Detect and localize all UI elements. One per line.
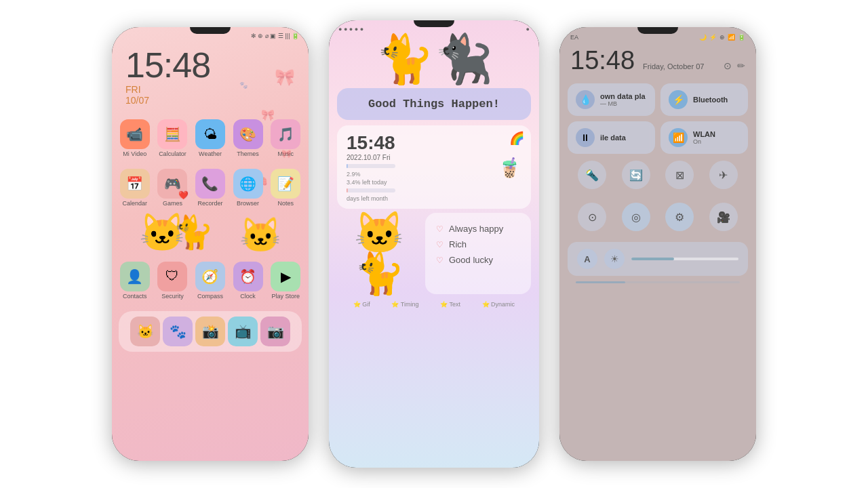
navigation-icon[interactable]: ◎ [622,203,650,231]
checklist-item-3: Good lucky [436,252,520,268]
app-games[interactable]: 🎮 ❤️ Games [157,169,189,207]
control-bluetooth-tile[interactable]: ⚡ Bluetooth [660,83,748,116]
wifi-icon-status: 📶 [728,34,735,41]
bottom-widget-area: 🐱🐈 Always happy Rich Good lucky [337,213,531,294]
cats-bottom-area: 🐱🐈 [337,213,421,294]
date-block-3: Friday, October 07 [643,62,704,70]
app-grid-row1: 📹 Mi Video 🧮 Calculator 🌤 Weather 🎨 Them… [112,113,309,165]
phone-3-screen: EA 🌙 ⚡ ⊕ 📶 🔋 15:48 Friday, October 07 ⊙ … [559,27,756,461]
app-recorder-label: Recorder [197,201,222,207]
battery-section: 2.9% [347,164,395,178]
widget-quote: Good Things Happen! [337,88,531,120]
cat-icon-3: 🐱 [239,216,281,255]
app-browser[interactable]: 🌐 Browser [232,169,264,207]
app-security-label: Security [161,293,184,300]
app-calendar[interactable]: 📅 Calendar [119,169,151,207]
cat-area: 🐱 🐈 🐱 [119,214,302,255]
app-mi-video[interactable]: 📹 Mi Video [119,119,151,158]
icon-row-1: 🔦 🔄 ⊠ ✈ [559,154,756,196]
control-data-tile[interactable]: 💧 own data pla — MB [568,83,655,116]
wlan-label: WLAN [693,130,715,138]
battery-pct-label: 2.9% [347,171,395,178]
bluetooth-tile-text: Bluetooth [693,96,728,104]
dock-icon-2[interactable]: 🐾 [163,317,193,346]
app-security[interactable]: 🛡 Security [157,262,189,300]
date-display-1: 10/07 [125,95,295,106]
edit-icon[interactable]: ✏ [737,60,745,71]
wlan-tile-text: WLAN On [693,130,715,145]
alarm-icon[interactable]: ⊙ [724,60,732,71]
app-grid-row2: 📅 Calendar 🎮 ❤️ Games 📞 Recorder 🌐 Brows… [112,162,309,214]
app-play-store-label: Play Store [271,293,300,300]
control-mobile-tile[interactable]: ⏸ ile data [568,121,655,154]
app-contacts-icon: 👤 [120,262,150,291]
app-calendar-icon: 📅 [120,169,150,199]
app-calendar-label: Calendar [123,201,148,207]
date-info-3: Friday, October 07 [643,62,704,70]
wlan-icon: 📶 [669,128,688,147]
app-contacts-label: Contacts [123,293,147,300]
app-notes[interactable]: 📝 Notes [269,169,302,207]
app-clock[interactable]: ⏰ Clock [232,262,264,300]
cats-top: 🐈🐈‍⬛ [329,35,539,83]
status-bar-2: ● ● ● ● ● ● [329,20,539,34]
bow-deco-3: 🎀 [281,149,292,159]
battery-icon-status: 🔋 [738,34,745,41]
dock-icon-3[interactable]: 📸 [195,317,225,346]
app-recorder-icon: 📞 [195,169,225,199]
app-weather-icon: 🌤 [195,119,225,149]
app-weather[interactable]: 🌤 Weather [194,119,226,158]
data-icon: 💧 [576,90,595,109]
footer-dynamic: ⭐ Dynamic [482,301,515,308]
screen-icon[interactable]: ⊠ [665,161,694,189]
volume-bar [576,281,740,283]
flashlight-icon[interactable]: 🔦 [578,161,606,189]
phone-1: 🎀 🎀 🎀 🐾 🍓 ✻ ⊕ ⌀ ▣ ☰ ||| 🔋 15:48 FRI 10/0… [112,27,309,461]
brightness-track[interactable] [631,258,738,260]
dock-icon-1[interactable]: 🐱 [130,317,160,346]
time-display-3: 15:48 [570,46,635,75]
dock-icon-4[interactable]: 📺 [228,317,258,346]
app-notes-icon: 📝 [271,169,300,199]
quote-text: Good Things Happen! [368,98,500,110]
bluetooth-icon: ⚡ [669,90,688,109]
app-recorder[interactable]: 📞 Recorder [194,169,226,207]
data-tile-text: own data pla — MB [600,92,646,107]
app-grid-row3: 👤 Contacts 🛡 Security 🧭 Compass ⏰ Clock … [112,255,309,307]
app-play-store[interactable]: ▶ Play Store [269,262,302,300]
airplane-icon[interactable]: ✈ [709,161,738,189]
app-themes[interactable]: 🎨 Themes [232,119,264,158]
control-wlan-tile[interactable]: 📶 WLAN On [660,121,748,154]
control-grid: 💧 own data pla — MB ⚡ Bluetooth ⏸ ile da [559,83,756,154]
settings-icon[interactable]: ⚙ [665,203,694,231]
app-browser-icon: 🌐 [233,169,263,199]
status-bar-3: EA 🌙 ⚡ ⊕ 📶 🔋 [559,27,756,43]
day-display-1: FRI [125,84,295,95]
video-icon[interactable]: 🎥 [709,203,738,231]
mobile-label: ile data [600,134,626,142]
app-security-icon: 🛡 [157,262,187,291]
app-themes-icon: 🎨 [233,119,263,149]
app-contacts[interactable]: 👤 Contacts [119,262,151,300]
app-calculator[interactable]: 🧮 Calculator [157,119,189,158]
app-compass-label: Compass [197,293,223,300]
bow-deco-1: 🎀 [275,68,295,87]
app-calculator-label: Calculator [159,151,186,158]
app-compass-icon: 🧭 [195,262,225,291]
data-sub: — MB [600,100,646,107]
bottom-dock-1: 🐱 🐾 📸 📺 📷 [119,311,302,352]
widget-clock: 15:48 2022.10.07 Fri 2.9% 3.4% left toda… [337,125,531,209]
app-compass[interactable]: 🧭 Compass [194,262,226,300]
data-bar [347,188,395,192]
app-clock-icon: ⏰ [233,262,263,291]
clock-area-3: 15:48 Friday, October 07 ⊙ ✏ [559,43,756,81]
status-bar-1: ✻ ⊕ ⌀ ▣ ☰ ||| 🔋 [112,27,309,41]
auto-brightness-btn[interactable]: A [577,249,597,269]
checklist-widget: Always happy Rich Good lucky [425,213,531,294]
footer-timing: ⭐ Timing [391,301,418,308]
dock-icon-5[interactable]: 📷 [260,317,290,346]
rotate-icon[interactable]: 🔄 [622,161,650,189]
clock-actions: ⊙ ✏ [724,60,745,71]
location-icon[interactable]: ⊙ [578,203,606,231]
app-weather-label: Weather [199,151,222,158]
